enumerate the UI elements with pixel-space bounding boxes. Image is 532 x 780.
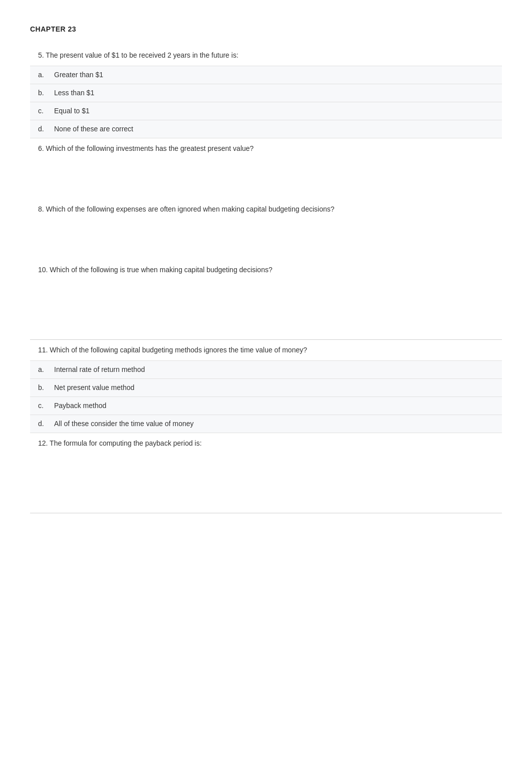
question-6: 6. Which of the following investments ha…: [30, 138, 502, 199]
answer-5b-text: Less than $1: [54, 88, 494, 98]
question-10-number: 10.: [38, 266, 48, 274]
question-12: 12. The formula for computing the paybac…: [30, 433, 502, 504]
answer-5c: c. Equal to $1: [30, 102, 502, 120]
question-6-body: Which of the following investments has t…: [46, 144, 254, 152]
answer-11b: b. Net present value method: [30, 378, 502, 397]
answer-5d: d. None of these are correct: [30, 120, 502, 138]
question-11-text: 11. Which of the following capital budge…: [30, 340, 502, 360]
answer-5d-text: None of these are correct: [54, 124, 494, 134]
answer-11d-text: All of these consider the time value of …: [54, 419, 494, 429]
question-11-body: Which of the following capital budgeting…: [50, 346, 307, 354]
answer-11a: a. Internal rate of return method: [30, 360, 502, 378]
answer-5a: a. Greater than $1: [30, 66, 502, 84]
answer-5d-label: d.: [38, 124, 54, 134]
answer-11c-text: Payback method: [54, 401, 494, 411]
question-5-body: The present value of $1 to be received 2…: [46, 51, 238, 59]
question-8-number: 8.: [38, 205, 44, 213]
question-5: 5. The present value of $1 to be receive…: [30, 45, 502, 138]
question-10-spacer: [30, 280, 502, 330]
question-5-number: 5.: [38, 51, 44, 59]
question-10-body: Which of the following is true when maki…: [50, 266, 272, 274]
answer-5c-label: c.: [38, 106, 54, 116]
answer-11b-text: Net present value method: [54, 382, 494, 393]
chapter-title: CHAPTER 23: [30, 25, 502, 33]
question-6-text: 6. Which of the following investments ha…: [30, 138, 502, 159]
answer-11b-label: b.: [38, 382, 54, 393]
question-10-text: 10. Which of the following is true when …: [30, 260, 502, 280]
answer-11a-text: Internal rate of return method: [54, 364, 494, 375]
question-11-number: 11.: [38, 346, 48, 354]
answer-11a-label: a.: [38, 364, 54, 375]
question-5-text: 5. The present value of $1 to be receive…: [30, 45, 502, 66]
answer-11d-label: d.: [38, 419, 54, 429]
question-6-spacer: [30, 159, 502, 199]
question-12-body: The formula for computing the payback pe…: [50, 439, 202, 447]
section-divider-2: [30, 513, 502, 513]
answer-5a-text: Greater than $1: [54, 70, 494, 80]
question-6-number: 6.: [38, 144, 44, 152]
question-8-text: 8. Which of the following expenses are o…: [30, 199, 502, 220]
answer-11c-label: c.: [38, 401, 54, 411]
answer-11d: d. All of these consider the time value …: [30, 415, 502, 433]
question-8-body: Which of the following expenses are ofte…: [46, 205, 335, 213]
answer-5b: b. Less than $1: [30, 84, 502, 102]
answer-5a-label: a.: [38, 70, 54, 80]
answer-5c-text: Equal to $1: [54, 106, 494, 116]
question-8-spacer: [30, 220, 502, 260]
answer-5b-label: b.: [38, 88, 54, 98]
question-10: 10. Which of the following is true when …: [30, 260, 502, 330]
answer-11c: c. Payback method: [30, 397, 502, 415]
question-8: 8. Which of the following expenses are o…: [30, 199, 502, 260]
question-12-number: 12.: [38, 439, 48, 447]
question-11: 11. Which of the following capital budge…: [30, 340, 502, 433]
question-12-spacer: [30, 454, 502, 504]
question-12-text: 12. The formula for computing the paybac…: [30, 433, 502, 454]
